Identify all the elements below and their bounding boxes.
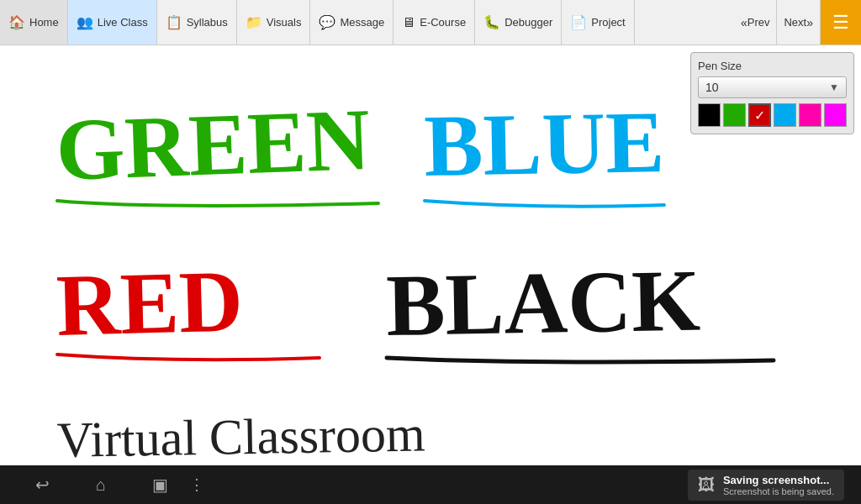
svg-text:GREEN: GREEN <box>55 90 372 199</box>
android-nav-buttons: ↩⌂▣ <box>17 470 185 500</box>
syllabus-label: Syllabus <box>187 16 228 29</box>
toast-subtitle: Screenshot is being saved. <box>723 486 834 496</box>
e-course-label: E-Course <box>420 16 466 29</box>
toast-icon: 🖼 <box>698 475 715 495</box>
main-area: GREEN BLUE RED BLACK Virtual Classroom P… <box>0 45 861 465</box>
svg-text:BLUE: BLUE <box>423 92 665 195</box>
color-swatch-hot-pink[interactable] <box>799 103 821 127</box>
nav-item-e-course[interactable]: 🖥E-Course <box>394 0 475 45</box>
debugger-icon: 🐛 <box>483 14 500 30</box>
prev-button[interactable]: « Prev <box>734 0 778 45</box>
pen-size-label: Pen Size <box>698 60 847 72</box>
e-course-icon: 🖥 <box>402 15 415 30</box>
svg-text:BLACK: BLACK <box>385 250 700 354</box>
screenshot-toast: 🖼 Saving screenshot... Screenshot is bei… <box>688 470 844 501</box>
android-recents-button[interactable]: ▣ <box>135 470 185 500</box>
visuals-label: Visuals <box>267 16 302 29</box>
color-swatch-red-check[interactable]: ✓ <box>748 103 771 127</box>
prev-icon: « <box>741 16 747 29</box>
pen-panel: Pen Size 10 ▼ ✓ <box>690 52 854 134</box>
color-swatches: ✓ <box>698 103 847 127</box>
nav-item-message[interactable]: 💬Message <box>310 0 394 45</box>
next-icon: » <box>806 16 813 29</box>
project-icon: 📄 <box>570 14 587 30</box>
message-icon: 💬 <box>319 14 335 30</box>
nav-item-home[interactable]: 🏠Home <box>0 0 68 45</box>
pen-size-value: 10 <box>705 81 719 94</box>
nav-item-syllabus[interactable]: 📋Syllabus <box>157 0 237 45</box>
next-button[interactable]: Next » <box>777 0 821 45</box>
debugger-label: Debugger <box>504 16 552 29</box>
syllabus-icon: 📋 <box>166 14 182 30</box>
pen-size-selector[interactable]: 10 ▼ <box>698 76 847 98</box>
whiteboard[interactable]: GREEN BLUE RED BLACK Virtual Classroom P… <box>0 45 861 465</box>
toast-title: Saving screenshot... <box>723 474 834 486</box>
nav-item-visuals[interactable]: 📁Visuals <box>237 0 311 45</box>
nav-item-debugger[interactable]: 🐛Debugger <box>475 0 562 45</box>
bottom-bar: ↩⌂▣ ⋮ 🖼 Saving screenshot... Screenshot … <box>0 465 861 504</box>
message-label: Message <box>340 16 384 29</box>
nav-item-project[interactable]: 📄Project <box>562 0 634 45</box>
home-icon: 🏠 <box>8 14 25 30</box>
live-class-icon: 👥 <box>77 14 93 30</box>
home-label: Home <box>29 16 59 29</box>
color-swatch-black[interactable] <box>698 103 721 127</box>
project-label: Project <box>591 16 625 29</box>
menu-button[interactable]: ☰ <box>821 0 861 45</box>
pen-size-arrow-icon: ▼ <box>829 81 839 93</box>
navbar: 🏠Home👥Live Class📋Syllabus📁Visuals💬Messag… <box>0 0 861 45</box>
prev-label: Prev <box>747 16 770 29</box>
nav-item-live-class[interactable]: 👥Live Class <box>68 0 157 45</box>
android-back-button[interactable]: ↩ <box>17 470 67 500</box>
android-home-button[interactable]: ⌂ <box>76 470 126 500</box>
live-class-label: Live Class <box>98 16 148 29</box>
svg-text:RED: RED <box>55 251 245 354</box>
svg-text:Virtual Classroom: Virtual Classroom <box>56 406 425 465</box>
color-swatch-cyan[interactable] <box>774 103 796 127</box>
color-swatch-green[interactable] <box>723 103 746 127</box>
color-swatch-magenta[interactable] <box>824 103 847 127</box>
visuals-icon: 📁 <box>246 14 262 30</box>
toast-text: Saving screenshot... Screenshot is being… <box>723 474 834 496</box>
next-label: Next <box>784 16 806 29</box>
dots-menu[interactable]: ⋮ <box>189 475 204 494</box>
